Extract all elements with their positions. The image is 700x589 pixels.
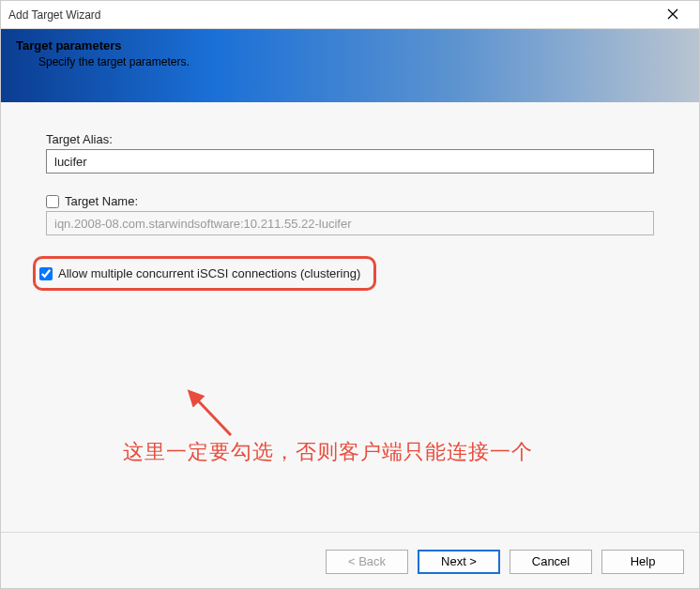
- target-alias-label: Target Alias:: [46, 132, 654, 146]
- wizard-footer: < Back Next > Cancel Help: [1, 532, 699, 589]
- svg-line-2: [195, 398, 231, 435]
- target-name-input: [46, 211, 654, 235]
- annotation-arrow-icon: [184, 388, 240, 445]
- cancel-button[interactable]: Cancel: [510, 550, 592, 574]
- target-alias-input[interactable]: [46, 149, 654, 174]
- banner-heading: Target parameters: [16, 38, 684, 53]
- target-name-row: Target Name:: [46, 194, 654, 235]
- help-button[interactable]: Help: [601, 550, 684, 574]
- title-bar: Add Target Wizard: [1, 1, 699, 29]
- annotation-text: 这里一定要勾选，否则客户端只能连接一个: [123, 438, 533, 466]
- target-name-checkbox[interactable]: [46, 195, 59, 208]
- allow-multiple-label: Allow multiple concurrent iSCSI connecti…: [58, 266, 360, 280]
- back-button: < Back: [326, 550, 408, 574]
- target-alias-row: Target Alias:: [46, 132, 654, 174]
- window-title: Add Target Wizard: [8, 8, 654, 22]
- next-button[interactable]: Next >: [418, 550, 500, 574]
- target-name-label: Target Name:: [65, 194, 138, 208]
- allow-multiple-checkbox[interactable]: [39, 267, 53, 280]
- annotation-highlight-box: Allow multiple concurrent iSCSI connecti…: [33, 256, 376, 291]
- close-icon: [667, 8, 678, 23]
- wizard-banner: Target parameters Specify the target par…: [1, 29, 699, 102]
- banner-subheading: Specify the target parameters.: [38, 55, 684, 68]
- close-button[interactable]: [654, 2, 692, 28]
- wizard-content: Target Alias: Target Name: Allow multipl…: [1, 102, 699, 532]
